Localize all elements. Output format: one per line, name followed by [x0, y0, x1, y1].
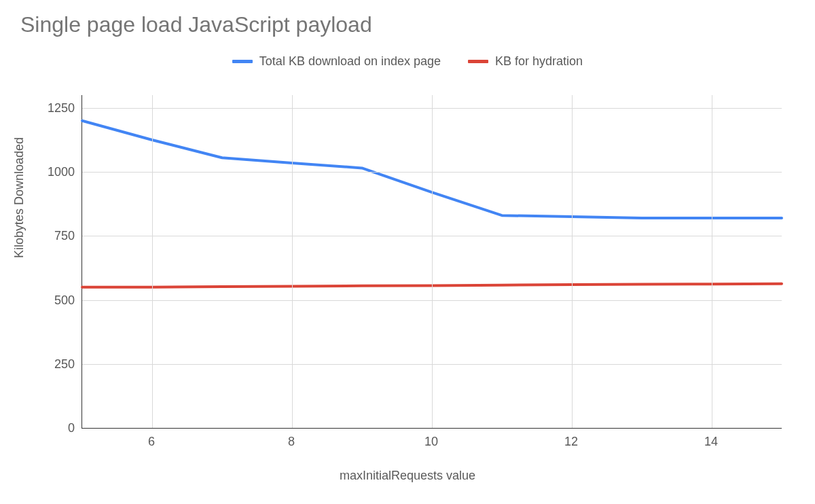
legend-label-series1: Total KB download on index page — [259, 54, 441, 69]
legend-item-series1: Total KB download on index page — [232, 54, 441, 69]
y-tick: 1000 — [34, 165, 75, 179]
y-tick: 0 — [34, 421, 75, 435]
gridline-v — [152, 95, 153, 428]
y-tick: 250 — [34, 357, 75, 371]
legend-swatch-blue — [232, 60, 253, 63]
x-tick: 14 — [704, 435, 718, 449]
chart-title: Single page load JavaScript payload — [20, 12, 372, 37]
chart-container: Single page load JavaScript payload Tota… — [0, 0, 815, 504]
gridline-v — [712, 95, 712, 428]
x-tick: 6 — [148, 435, 155, 449]
gridline-v — [572, 95, 573, 428]
x-tick: 10 — [424, 435, 438, 449]
y-tick: 500 — [34, 293, 75, 307]
legend: Total KB download on index page KB for h… — [0, 54, 815, 69]
gridline-v — [432, 95, 433, 428]
x-tick: 8 — [288, 435, 295, 449]
legend-swatch-red — [468, 60, 488, 63]
legend-item-series2: KB for hydration — [468, 54, 583, 69]
y-tick: 750 — [34, 229, 75, 243]
legend-label-series2: KB for hydration — [495, 54, 583, 69]
x-tick: 12 — [564, 435, 578, 449]
y-tick: 1250 — [34, 101, 75, 115]
x-axis-label: maxInitialRequests value — [0, 469, 815, 483]
gridline-v — [292, 95, 293, 428]
y-axis-label: Kilobytes Downloaded — [12, 137, 26, 258]
plot-area — [82, 95, 782, 429]
